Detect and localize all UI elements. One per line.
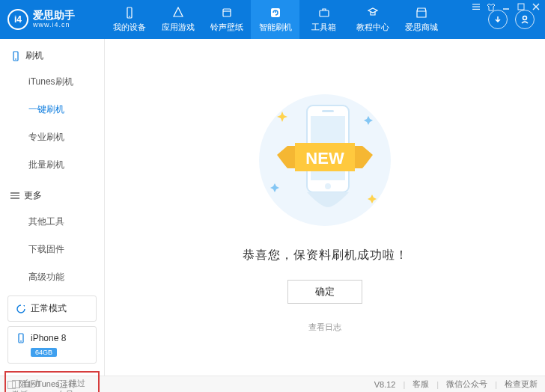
logo-icon: i4 [7, 9, 28, 30]
svg-rect-6 [472, 4, 480, 4]
flash-icon [269, 6, 282, 19]
device-icon [123, 6, 136, 19]
tutorial-icon [366, 6, 380, 19]
block-itunes-checkbox[interactable]: 阻止iTunes运行 [7, 379, 76, 390]
tab-my-device[interactable]: 我的设备 [105, 0, 153, 39]
update-link[interactable]: 检查更新 [505, 379, 538, 390]
download-button[interactable] [488, 10, 508, 29]
phone-icon [10, 51, 21, 61]
support-link[interactable]: 客服 [412, 379, 429, 390]
svg-rect-4 [320, 10, 329, 16]
menu-icon[interactable] [472, 2, 481, 11]
sidebar: 刷机 iTunes刷机 一键刷机 专业刷机 批量刷机 更多 其他工具 下载固件 … [0, 39, 105, 376]
store-icon [415, 6, 428, 19]
tab-tutorial[interactable]: 教程中心 [348, 0, 397, 39]
svg-point-24 [325, 183, 331, 189]
tab-ringtones[interactable]: 铃声壁纸 [202, 0, 251, 39]
wechat-link[interactable]: 微信公众号 [446, 379, 487, 390]
success-illustration: NEW [243, 89, 407, 231]
success-message: 恭喜您，保资料刷机成功啦！ [243, 248, 408, 263]
refresh-icon [16, 304, 26, 314]
maximize-icon[interactable] [517, 2, 526, 11]
svg-rect-2 [223, 9, 231, 16]
brand-url: www.i4.cn [33, 22, 75, 29]
main-content: NEW 恭喜您，保资料刷机成功啦！ 确定 查看日志 [105, 39, 545, 376]
ringtone-icon [220, 6, 234, 19]
hamburger-icon [10, 192, 19, 199]
logo-area: i4 爱思助手 www.i4.cn [0, 9, 105, 30]
device-box[interactable]: iPhone 8 64GB [7, 326, 97, 364]
svg-point-5 [523, 16, 527, 20]
tab-store[interactable]: 爱思商城 [397, 0, 445, 39]
mode-box[interactable]: 正常模式 [7, 295, 97, 322]
storage-badge: 64GB [31, 348, 57, 357]
user-button[interactable] [515, 10, 535, 29]
phone-icon [16, 333, 26, 343]
sidebar-section-flash: 刷机 [0, 49, 104, 68]
toolbox-icon [317, 6, 331, 19]
app-header: i4 爱思助手 www.i4.cn 我的设备 应用游戏 铃声壁纸 智能刷机 工具… [0, 0, 545, 39]
mode-label: 正常模式 [31, 302, 67, 315]
window-controls [472, 2, 541, 11]
apps-icon [171, 6, 185, 19]
sidebar-item-advanced[interactable]: 高级功能 [0, 263, 104, 291]
svg-rect-25 [322, 110, 334, 112]
svg-rect-7 [472, 6, 480, 7]
sidebar-item-itunes-flash[interactable]: iTunes刷机 [0, 68, 104, 96]
svg-text:NEW: NEW [305, 149, 344, 168]
sidebar-item-pro-flash[interactable]: 专业刷机 [0, 123, 104, 151]
sidebar-section-more: 更多 [0, 189, 104, 208]
device-name: iPhone 8 [31, 333, 66, 343]
sidebar-item-other-tools[interactable]: 其他工具 [0, 208, 104, 236]
tab-apps[interactable]: 应用游戏 [153, 0, 202, 39]
sidebar-item-batch-flash[interactable]: 批量刷机 [0, 151, 104, 179]
close-icon[interactable] [532, 2, 541, 11]
minimize-icon[interactable] [502, 2, 511, 11]
view-log-link[interactable]: 查看日志 [308, 322, 341, 333]
brand-name: 爱思助手 [33, 10, 75, 21]
sidebar-item-onekey-flash[interactable]: 一键刷机 [0, 96, 104, 123]
svg-rect-8 [472, 9, 480, 10]
tab-tools[interactable]: 工具箱 [299, 0, 348, 39]
skin-icon[interactable] [487, 2, 496, 11]
nav-tabs: 我的设备 应用游戏 铃声壁纸 智能刷机 工具箱 教程中心 爱思商城 [105, 0, 488, 39]
ok-button[interactable]: 确定 [287, 280, 362, 304]
svg-rect-10 [518, 4, 524, 10]
tab-flash[interactable]: 智能刷机 [251, 0, 299, 39]
sidebar-item-download-fw[interactable]: 下载固件 [0, 236, 104, 263]
version-label: V8.12 [374, 380, 396, 389]
